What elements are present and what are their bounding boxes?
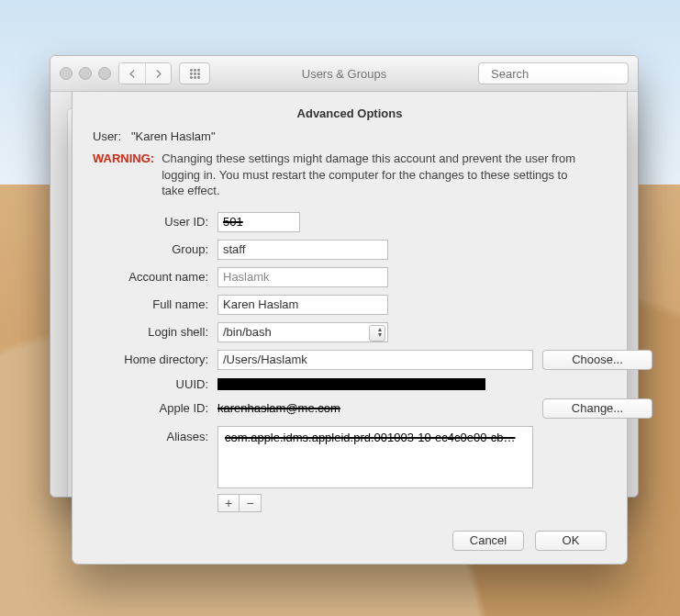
aliases-list[interactable]: com.apple.idms.appleid.prd.001003-10-ec4… (217, 426, 533, 488)
svg-point-5 (197, 73, 199, 74)
cancel-button[interactable]: Cancel (452, 531, 524, 551)
svg-point-2 (197, 69, 199, 71)
chevron-left-icon (127, 68, 139, 80)
warning-row: WARNING: Changing these settings might d… (93, 151, 607, 199)
minimize-icon[interactable] (79, 67, 92, 80)
show-all-button[interactable] (179, 62, 210, 84)
alias-add-remove: + − (217, 494, 533, 512)
label-group: Group: (93, 242, 208, 256)
label-account-name: Account name: (93, 270, 208, 284)
advanced-options-sheet: Advanced Options User: "Karen Haslam" WA… (72, 92, 628, 565)
home-directory-field[interactable] (217, 350, 533, 370)
search-input[interactable] (489, 66, 639, 82)
grid-icon (189, 68, 201, 80)
svg-point-7 (194, 76, 195, 78)
user-prefix: User: (93, 129, 121, 143)
search-field-wrap[interactable] (478, 62, 629, 84)
close-icon[interactable] (60, 67, 72, 80)
user-line: User: "Karen Haslam" (93, 129, 607, 143)
svg-point-1 (194, 69, 195, 71)
uuid-value-redacted (217, 378, 485, 390)
warning-text: Changing these settings might damage thi… (162, 151, 593, 199)
add-alias-button[interactable]: + (217, 494, 240, 512)
window-controls (60, 67, 111, 80)
label-login-shell: Login shell: (93, 325, 208, 339)
choose-button[interactable]: Choose... (542, 350, 652, 370)
sheet-title: Advanced Options (93, 106, 607, 120)
titlebar: Users & Groups (50, 56, 638, 92)
user-value: "Karen Haslam" (131, 129, 216, 143)
label-user-id: User ID: (93, 215, 208, 229)
back-button[interactable] (119, 63, 145, 84)
label-apple-id: Apple ID: (93, 401, 208, 415)
svg-point-8 (197, 76, 199, 78)
account-name-field[interactable] (217, 267, 388, 287)
alias-row[interactable]: com.apple.idms.appleid.prd.001003-10-ec4… (222, 430, 529, 445)
login-shell-select[interactable] (217, 322, 388, 342)
group-field[interactable] (217, 240, 388, 260)
sheet-actions: Cancel OK (93, 531, 607, 551)
svg-point-0 (190, 69, 192, 71)
chevron-right-icon (152, 68, 164, 80)
nav-back-forward (118, 62, 172, 84)
label-full-name: Full name: (93, 297, 208, 311)
user-id-field[interactable] (217, 212, 300, 232)
zoom-icon[interactable] (98, 67, 111, 80)
svg-point-3 (190, 73, 192, 74)
remove-alias-button[interactable]: − (240, 494, 262, 512)
svg-point-4 (194, 73, 195, 74)
label-home-dir: Home directory: (93, 353, 208, 366)
forward-button[interactable] (145, 63, 171, 84)
svg-point-6 (190, 76, 192, 78)
full-name-field[interactable] (217, 295, 388, 315)
apple-id-value: karenhaslam@me.com (217, 401, 340, 415)
change-button[interactable]: Change... (542, 398, 652, 419)
advanced-form: User ID: Group: Account name: Full name:… (93, 212, 607, 512)
label-uuid: UUID: (93, 377, 208, 391)
label-aliases: Aliases: (93, 426, 208, 443)
ok-button[interactable]: OK (535, 531, 607, 551)
warning-label: WARNING: (93, 151, 154, 199)
